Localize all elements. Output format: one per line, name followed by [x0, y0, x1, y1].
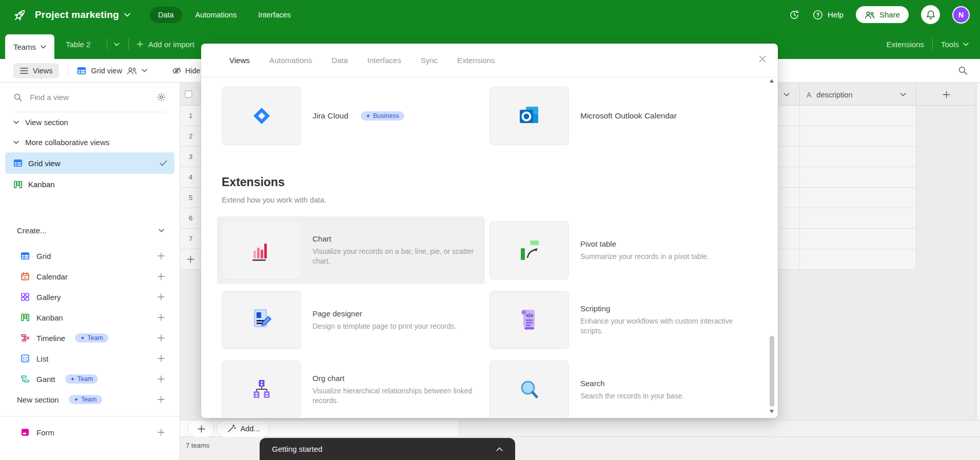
add-view-button[interactable]	[157, 354, 165, 363]
magic-wand-icon	[227, 424, 236, 433]
add-view-button[interactable]	[157, 272, 165, 281]
modal-tab-extensions[interactable]: Extensions	[457, 56, 495, 65]
svg-text:?: ?	[816, 12, 820, 18]
create-item-new-section[interactable]: New section ✦Team	[0, 389, 180, 410]
views-sidebar-toggle[interactable]: Views	[13, 63, 59, 78]
share-label: Share	[879, 10, 900, 19]
help-button[interactable]: ? Help	[812, 9, 844, 21]
sidebar-section-view-section[interactable]: View section	[0, 112, 180, 132]
add-view-button[interactable]	[157, 293, 165, 301]
add-view-button[interactable]	[157, 375, 165, 383]
select-all-checkbox[interactable]	[185, 90, 192, 98]
modal-tab-automations[interactable]: Automations	[269, 56, 312, 65]
create-item-gallery[interactable]: Gallery	[0, 287, 180, 307]
tab-interfaces[interactable]: Interfaces	[250, 7, 299, 23]
getting-started-label: Getting started	[272, 445, 322, 453]
integration-name: Jira Cloud	[312, 111, 348, 121]
hide-fields-button[interactable]: Hide	[172, 67, 201, 75]
integration-card-outlook-calendar[interactable]: Microsoft Outlook Calendar	[485, 82, 753, 150]
create-item-gantt[interactable]: Gantt ✦Team	[0, 369, 180, 389]
rocket-logo-icon[interactable]	[12, 7, 28, 23]
find-view-input[interactable]	[30, 93, 149, 102]
create-item-list[interactable]: List	[0, 348, 180, 369]
create-item-grid[interactable]: Grid	[0, 246, 180, 266]
section-label: More collaborative views	[25, 138, 109, 147]
create-item-timeline[interactable]: Timeline ✦Team	[0, 328, 180, 348]
create-item-calendar[interactable]: 31 Calendar	[0, 266, 180, 287]
chevron-up-icon[interactable]	[496, 447, 503, 451]
modal-scrollbar[interactable]	[769, 78, 775, 414]
add-column-button[interactable]	[942, 90, 951, 99]
page-designer-icon	[248, 307, 275, 333]
column-header-description[interactable]: A description	[807, 84, 852, 106]
create-item-kanban[interactable]: Kanban	[0, 307, 180, 328]
modal-tab-data[interactable]: Data	[331, 56, 348, 65]
create-item-label: Grid	[36, 252, 51, 261]
sidebar-section-more-collaborative-views[interactable]: More collaborative views	[0, 132, 180, 152]
close-icon[interactable]	[758, 55, 767, 63]
extension-card-org-chart[interactable]: Org chart Visualize hierarchical relatio…	[217, 356, 485, 417]
extension-description: Search the records in your base.	[580, 391, 684, 401]
notifications-button[interactable]	[921, 5, 940, 24]
search-extension-icon	[516, 376, 543, 403]
base-title[interactable]: Project marketing	[35, 9, 119, 21]
current-view-button[interactable]: Grid view	[77, 66, 147, 75]
getting-started-bar[interactable]: Getting started	[260, 438, 515, 460]
history-icon[interactable]	[789, 9, 800, 21]
extension-name: Pivot table	[580, 239, 709, 248]
table-tab-table2[interactable]: Table 2	[66, 29, 90, 59]
extension-card-search[interactable]: Search Search the records in your base.	[485, 356, 753, 417]
add-view-button[interactable]	[157, 313, 165, 322]
create-item-label: Calendar	[36, 272, 68, 281]
tab-data[interactable]: Data	[150, 7, 182, 23]
extension-meta: Chart Visualize your records on a bar, l…	[312, 221, 480, 279]
create-item-label: Form	[36, 428, 54, 437]
search-records-icon[interactable]	[958, 66, 968, 75]
scrollbar-thumb[interactable]	[770, 336, 774, 407]
add-section-button[interactable]	[157, 395, 165, 404]
extension-card-chart[interactable]: Chart Visualize your records on a bar, l…	[217, 216, 485, 284]
share-button[interactable]: Share	[856, 6, 909, 23]
create-item-form[interactable]: Form	[0, 422, 180, 443]
grid-icon	[21, 251, 30, 261]
add-record-band: Add...	[180, 420, 980, 437]
scroll-up-arrow-icon[interactable]	[770, 79, 774, 83]
integration-card-jira[interactable]: Jira Cloud ✦Business	[217, 82, 485, 150]
modal-tab-views[interactable]: Views	[229, 56, 250, 65]
add-view-button[interactable]	[157, 252, 165, 260]
extension-meta: Search Search the records in your base.	[580, 361, 684, 417]
column-menu-chevron-icon[interactable]	[900, 93, 906, 96]
extensions-tab[interactable]: Extensions	[887, 29, 924, 59]
column-menu-chevron-icon[interactable]	[783, 93, 790, 96]
create-section-header[interactable]: Create...	[0, 221, 180, 240]
base-title-chevron-icon[interactable]	[124, 13, 130, 17]
scroll-down-arrow-icon[interactable]	[770, 410, 774, 413]
modal-tab-interfaces[interactable]: Interfaces	[367, 56, 401, 65]
extension-card-pivot-table[interactable]: Pivot table Summarize your records in a …	[485, 216, 753, 284]
extension-card-scripting[interactable]: </> Scripting Enhance your workflows wit…	[485, 286, 753, 354]
table-tab-teams[interactable]: Teams	[5, 34, 54, 59]
add-view-button[interactable]	[157, 334, 165, 342]
divider	[932, 38, 933, 50]
tab-automations[interactable]: Automations	[187, 7, 245, 23]
ai-add-button[interactable]: Add...	[217, 420, 270, 437]
chevron-down-icon	[159, 229, 164, 232]
create-item-label: New section	[17, 395, 59, 404]
tools-menu[interactable]: Tools	[941, 29, 969, 59]
hide-fields-label: Hide	[185, 67, 201, 75]
row-number: 3	[180, 153, 201, 161]
gear-icon[interactable]	[156, 92, 166, 102]
sidebar-item-kanban[interactable]: Kanban	[5, 174, 174, 195]
add-or-import-button[interactable]: Add or import	[136, 29, 194, 59]
sidebar-item-grid-view[interactable]: Grid view	[5, 152, 174, 174]
add-record-button[interactable]	[188, 420, 214, 437]
avatar[interactable]: N	[952, 6, 970, 24]
extension-card-page-designer[interactable]: Page designer Design a template page to …	[217, 286, 485, 354]
add-view-button[interactable]	[157, 428, 165, 436]
divider	[68, 66, 68, 76]
table-list-chevron-icon[interactable]	[114, 29, 120, 59]
row-number: 7	[180, 235, 201, 243]
modal-tab-sync[interactable]: Sync	[421, 56, 438, 65]
extension-name: Chart	[312, 234, 480, 243]
gantt-icon	[21, 374, 30, 384]
